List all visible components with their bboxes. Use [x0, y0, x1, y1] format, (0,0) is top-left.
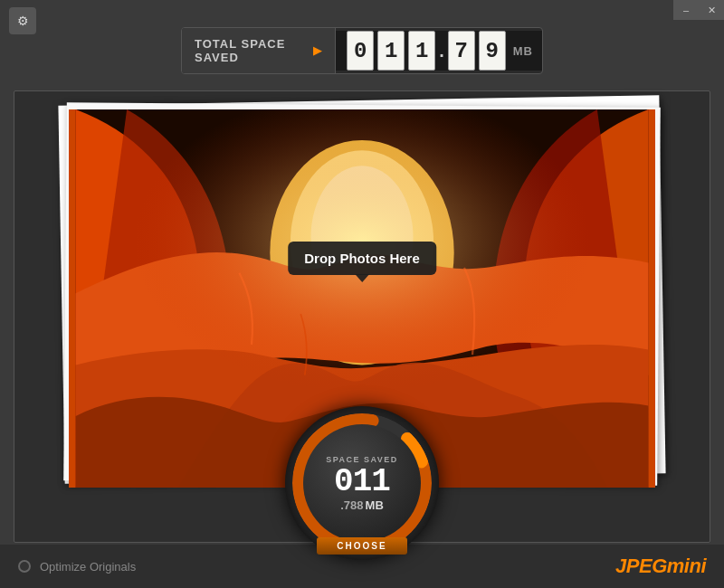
optimize-radio[interactable] [18, 560, 31, 573]
photo-drop-area[interactable]: Drop Photos Here SPACE SAVED 011 .788 MB [14, 90, 710, 543]
gear-icon: ⚙ [17, 14, 29, 28]
optimize-originals-option[interactable]: Optimize Originals [18, 560, 136, 574]
drop-tooltip-text: Drop Photos Here [304, 251, 420, 266]
close-button[interactable]: ✕ [699, 0, 724, 20]
counter-text: TOTAL SPACE SAVED [195, 37, 306, 64]
digit-dot: . [439, 41, 444, 62]
drop-tooltip: Drop Photos Here [288, 242, 436, 275]
gauge-subunit: .788 MB [340, 498, 384, 512]
counter-label: TOTAL SPACE SAVED ▶ [182, 28, 336, 73]
digit-0: 0 [347, 31, 374, 71]
optimize-label: Optimize Originals [40, 560, 136, 574]
digit-4: 9 [479, 31, 506, 71]
brand-logo: JPEGmini [615, 555, 706, 578]
digit-unit: MB [513, 44, 533, 58]
minimize-button[interactable]: – [673, 0, 699, 20]
counter-digits: 0 1 1 . 7 9 MB [336, 31, 542, 71]
digit-2: 1 [408, 31, 435, 71]
counter-arrow: ▶ [313, 44, 322, 57]
title-bar: – ✕ [673, 0, 724, 20]
settings-button[interactable]: ⚙ [9, 7, 36, 34]
gauge-decimal: .788 [340, 498, 363, 512]
gauge-outer: SPACE SAVED 011 .788 MB CHOOSE [285, 406, 439, 560]
gauge-inner: SPACE SAVED 011 .788 MB [303, 424, 421, 542]
digit-3: 7 [448, 31, 475, 71]
choose-button[interactable]: CHOOSE [317, 537, 407, 555]
gauge-space-saved-label: SPACE SAVED [326, 455, 398, 464]
gauge-unit: MB [366, 498, 384, 512]
brand-text: JPEGmini [615, 555, 706, 577]
gauge-container: SPACE SAVED 011 .788 MB CHOOSE [285, 406, 439, 560]
digit-1: 1 [377, 31, 405, 71]
gauge-number: 011 [334, 466, 390, 498]
header-counter: TOTAL SPACE SAVED ▶ 0 1 1 . 7 9 MB [181, 27, 543, 74]
